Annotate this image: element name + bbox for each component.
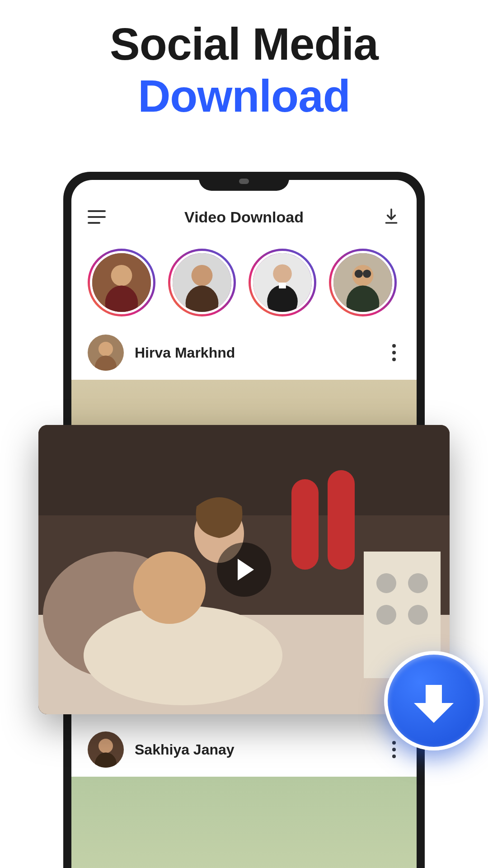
download-fab[interactable] bbox=[384, 651, 483, 750]
svg-point-13 bbox=[355, 269, 363, 278]
hero-heading: Social Media Download bbox=[0, 0, 488, 122]
svg-point-16 bbox=[99, 342, 113, 356]
more-options-icon[interactable] bbox=[388, 340, 400, 366]
phone-notch bbox=[199, 172, 289, 191]
menu-icon[interactable] bbox=[88, 210, 106, 224]
post-header: Sakhiya Janay bbox=[71, 722, 417, 777]
story-avatar[interactable] bbox=[329, 249, 397, 316]
hero-line-2: Download bbox=[0, 70, 488, 122]
svg-point-1 bbox=[111, 265, 132, 286]
svg-point-19 bbox=[99, 739, 113, 753]
play-icon[interactable] bbox=[217, 542, 271, 597]
story-avatar[interactable] bbox=[88, 249, 155, 316]
svg-point-31 bbox=[376, 573, 396, 593]
post-media[interactable] bbox=[71, 777, 417, 868]
hero-line-1: Social Media bbox=[0, 18, 488, 70]
svg-point-34 bbox=[408, 605, 428, 625]
svg-rect-28 bbox=[291, 479, 319, 570]
svg-point-33 bbox=[376, 605, 396, 625]
svg-rect-29 bbox=[328, 470, 355, 570]
svg-point-4 bbox=[192, 265, 213, 286]
svg-point-14 bbox=[363, 269, 371, 278]
post-author-avatar[interactable] bbox=[88, 731, 124, 768]
story-avatar[interactable] bbox=[168, 249, 236, 316]
post-header: Hirva Markhnd bbox=[71, 326, 417, 380]
video-preview-card[interactable] bbox=[38, 425, 450, 714]
svg-rect-22 bbox=[38, 425, 450, 515]
post-author-avatar[interactable] bbox=[88, 335, 124, 371]
more-options-icon[interactable] bbox=[388, 736, 400, 763]
svg-point-7 bbox=[273, 264, 292, 283]
svg-point-32 bbox=[408, 573, 428, 593]
post-author-name: Hirva Markhnd bbox=[135, 344, 377, 361]
download-icon[interactable] bbox=[382, 207, 400, 227]
svg-point-26 bbox=[133, 552, 206, 624]
post-author-name: Sakhiya Janay bbox=[135, 741, 377, 758]
app-title: Video Download bbox=[184, 208, 304, 226]
download-arrow-icon bbox=[418, 685, 450, 717]
svg-rect-9 bbox=[279, 283, 286, 288]
story-avatar[interactable] bbox=[249, 249, 316, 316]
stories-row[interactable] bbox=[71, 236, 417, 326]
